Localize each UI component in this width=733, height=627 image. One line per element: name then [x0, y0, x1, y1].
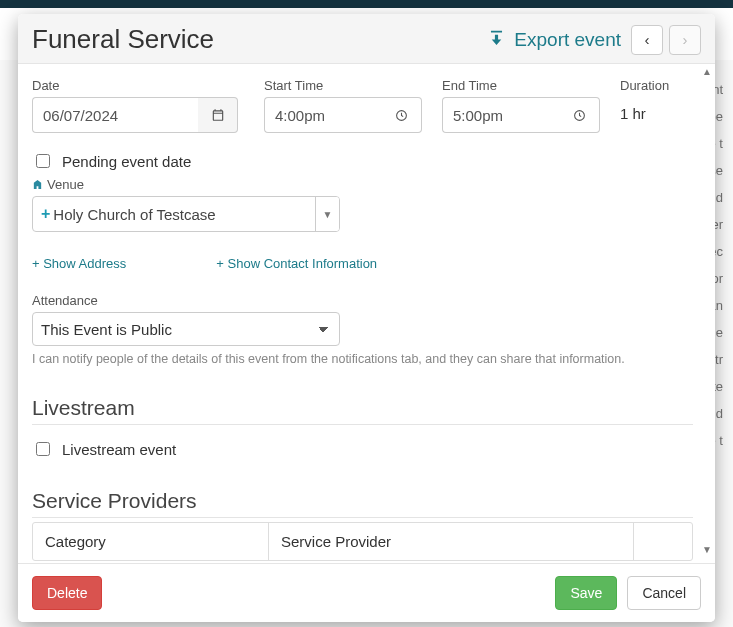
show-address-link[interactable]: + Show Address: [32, 256, 126, 271]
chevron-right-icon: ›: [683, 31, 688, 48]
date-input[interactable]: [32, 97, 198, 133]
modal-header: Funeral Service Export event ‹ ›: [18, 14, 715, 64]
pending-date-input[interactable]: [36, 154, 50, 168]
building-icon: [32, 179, 43, 190]
chevron-down-icon: ▼: [315, 197, 339, 231]
livestream-input[interactable]: [36, 442, 50, 456]
date-label: Date: [32, 78, 248, 93]
event-nav: ‹ ›: [631, 25, 701, 55]
end-time-field: End Time: [442, 78, 604, 133]
column-provider: Service Provider: [269, 523, 634, 560]
venue-label: Venue: [32, 177, 693, 192]
service-providers-table: Category Service Provider: [32, 522, 693, 561]
duration-field: Duration 1 hr: [620, 78, 669, 133]
service-providers-heading: Service Providers: [32, 489, 693, 518]
next-event-button[interactable]: ›: [669, 25, 701, 55]
start-time-field: Start Time: [264, 78, 426, 133]
pending-date-label: Pending event date: [62, 153, 191, 170]
delete-button[interactable]: Delete: [32, 576, 102, 610]
attendance-hint: I can notify people of the details of th…: [32, 352, 693, 366]
save-button[interactable]: Save: [555, 576, 617, 610]
end-time-picker-button[interactable]: [560, 97, 600, 133]
end-time-input[interactable]: [442, 97, 560, 133]
prev-event-button[interactable]: ‹: [631, 25, 663, 55]
event-edit-modal: Funeral Service Export event ‹ › ▲ ▼ Dat…: [18, 14, 715, 622]
livestream-checkbox[interactable]: Livestream event: [32, 439, 693, 459]
attendance-label: Attendance: [32, 293, 693, 308]
venue-select[interactable]: + Holy Church of Testcase ▼: [32, 196, 340, 232]
cancel-button[interactable]: Cancel: [627, 576, 701, 610]
export-event-link[interactable]: Export event: [487, 29, 621, 51]
modal-body: ▲ ▼ Date Start Time: [18, 64, 715, 563]
calendar-icon: [211, 108, 225, 122]
export-event-label: Export event: [514, 29, 621, 51]
column-category: Category: [33, 523, 269, 560]
download-icon: [487, 30, 506, 49]
plus-icon: +: [41, 205, 50, 223]
livestream-label: Livestream event: [62, 441, 176, 458]
venue-extra-links: + Show Address + Show Contact Informatio…: [32, 256, 693, 271]
start-time-label: Start Time: [264, 78, 426, 93]
scroll-down-icon: ▼: [702, 544, 712, 555]
pending-date-checkbox[interactable]: Pending event date: [32, 151, 693, 171]
page-topbar: [0, 0, 733, 8]
clock-icon: [395, 109, 408, 122]
modal-footer: Delete Save Cancel: [18, 563, 715, 622]
duration-label: Duration: [620, 78, 669, 93]
modal-scroll[interactable]: Date Start Time: [32, 78, 701, 563]
datetime-row: Date Start Time: [32, 78, 693, 133]
header-actions: Export event ‹ ›: [487, 25, 701, 55]
attendance-select[interactable]: This Event is Public: [32, 312, 340, 346]
start-time-picker-button[interactable]: [382, 97, 422, 133]
start-time-input[interactable]: [264, 97, 382, 133]
end-time-label: End Time: [442, 78, 604, 93]
show-contact-link[interactable]: + Show Contact Information: [216, 256, 377, 271]
venue-value: Holy Church of Testcase: [53, 206, 215, 223]
livestream-heading: Livestream: [32, 396, 693, 425]
scroll-up-icon: ▲: [702, 66, 712, 77]
table-header-row: Category Service Provider: [33, 523, 692, 560]
duration-value: 1 hr: [620, 97, 669, 122]
chevron-left-icon: ‹: [645, 31, 650, 48]
modal-title: Funeral Service: [32, 24, 214, 55]
column-actions: [634, 523, 692, 560]
date-field: Date: [32, 78, 248, 133]
date-picker-button[interactable]: [198, 97, 238, 133]
clock-icon: [573, 109, 586, 122]
